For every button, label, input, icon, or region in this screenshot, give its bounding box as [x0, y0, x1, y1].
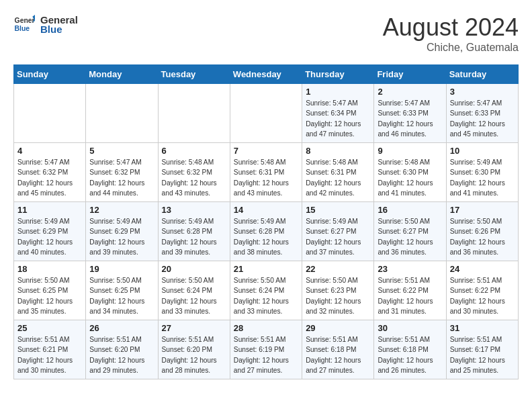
day-info: Sunrise: 5:51 AM Sunset: 6:19 PM Dayligh…	[234, 334, 298, 375]
day-number: 5	[89, 146, 154, 156]
day-number: 13	[162, 205, 226, 215]
header-saturday: Saturday	[446, 65, 518, 84]
calendar-cell-2-5: 8Sunrise: 5:48 AM Sunset: 6:31 PM Daylig…	[302, 143, 374, 202]
day-info: Sunrise: 5:49 AM Sunset: 6:29 PM Dayligh…	[89, 216, 154, 257]
calendar-cell-4-6: 23Sunrise: 5:51 AM Sunset: 6:22 PM Dayli…	[374, 261, 446, 320]
day-info: Sunrise: 5:49 AM Sunset: 6:28 PM Dayligh…	[162, 216, 226, 257]
svg-text:General: General	[15, 17, 35, 24]
calendar-cell-4-1: 18Sunrise: 5:50 AM Sunset: 6:25 PM Dayli…	[14, 261, 86, 320]
day-info: Sunrise: 5:49 AM Sunset: 6:29 PM Dayligh…	[17, 216, 82, 257]
logo: General Blue General Blue	[13, 13, 78, 35]
day-info: Sunrise: 5:48 AM Sunset: 6:31 PM Dayligh…	[234, 157, 298, 198]
day-info: Sunrise: 5:47 AM Sunset: 6:33 PM Dayligh…	[378, 98, 442, 139]
calendar-cell-3-7: 17Sunrise: 5:50 AM Sunset: 6:26 PM Dayli…	[446, 202, 518, 261]
calendar-week-4: 18Sunrise: 5:50 AM Sunset: 6:25 PM Dayli…	[14, 261, 519, 320]
calendar-cell-4-4: 21Sunrise: 5:50 AM Sunset: 6:24 PM Dayli…	[230, 261, 302, 320]
title-area: August 2024 Chiche, Guatemala	[383, 13, 519, 54]
day-number: 6	[162, 146, 226, 156]
day-number: 16	[378, 205, 442, 215]
day-info: Sunrise: 5:51 AM Sunset: 6:20 PM Dayligh…	[89, 334, 154, 375]
day-info: Sunrise: 5:51 AM Sunset: 6:18 PM Dayligh…	[378, 334, 442, 375]
day-number: 22	[306, 264, 370, 274]
header-thursday: Thursday	[302, 65, 374, 84]
calendar-cell-1-6: 2Sunrise: 5:47 AM Sunset: 6:33 PM Daylig…	[374, 84, 446, 143]
calendar-cell-2-2: 5Sunrise: 5:47 AM Sunset: 6:32 PM Daylig…	[86, 143, 158, 202]
day-number: 7	[234, 146, 298, 156]
day-number: 12	[89, 205, 154, 215]
calendar-cell-5-4: 28Sunrise: 5:51 AM Sunset: 6:19 PM Dayli…	[230, 320, 302, 379]
calendar-cell-1-5: 1Sunrise: 5:47 AM Sunset: 6:34 PM Daylig…	[302, 84, 374, 143]
svg-text:Blue: Blue	[15, 25, 30, 32]
calendar-cell-1-2	[86, 84, 158, 143]
calendar-cell-5-5: 29Sunrise: 5:51 AM Sunset: 6:18 PM Dayli…	[302, 320, 374, 379]
day-number: 3	[450, 87, 515, 97]
day-number: 21	[234, 264, 298, 274]
day-info: Sunrise: 5:49 AM Sunset: 6:27 PM Dayligh…	[306, 216, 370, 257]
day-info: Sunrise: 5:50 AM Sunset: 6:23 PM Dayligh…	[306, 275, 370, 316]
calendar-cell-3-3: 13Sunrise: 5:49 AM Sunset: 6:28 PM Dayli…	[158, 202, 230, 261]
day-info: Sunrise: 5:47 AM Sunset: 6:33 PM Dayligh…	[450, 98, 515, 139]
calendar-cell-2-4: 7Sunrise: 5:48 AM Sunset: 6:31 PM Daylig…	[230, 143, 302, 202]
calendar-cell-3-1: 11Sunrise: 5:49 AM Sunset: 6:29 PM Dayli…	[14, 202, 86, 261]
calendar-cell-5-1: 25Sunrise: 5:51 AM Sunset: 6:21 PM Dayli…	[14, 320, 86, 379]
day-info: Sunrise: 5:50 AM Sunset: 6:26 PM Dayligh…	[450, 216, 515, 257]
header-monday: Monday	[86, 65, 158, 84]
day-info: Sunrise: 5:51 AM Sunset: 6:18 PM Dayligh…	[306, 334, 370, 375]
calendar-cell-1-4	[230, 84, 302, 143]
day-number: 19	[89, 264, 154, 274]
header-sunday: Sunday	[14, 65, 86, 84]
calendar-cell-4-3: 20Sunrise: 5:50 AM Sunset: 6:24 PM Dayli…	[158, 261, 230, 320]
calendar-cell-5-3: 27Sunrise: 5:51 AM Sunset: 6:20 PM Dayli…	[158, 320, 230, 379]
day-number: 27	[162, 323, 226, 333]
day-info: Sunrise: 5:51 AM Sunset: 6:21 PM Dayligh…	[17, 334, 82, 375]
day-number: 25	[17, 323, 82, 333]
calendar-cell-3-6: 16Sunrise: 5:50 AM Sunset: 6:27 PM Dayli…	[374, 202, 446, 261]
calendar-header: Sunday Monday Tuesday Wednesday Thursday…	[14, 65, 519, 84]
calendar-week-5: 25Sunrise: 5:51 AM Sunset: 6:21 PM Dayli…	[14, 320, 519, 379]
day-number: 28	[234, 323, 298, 333]
header: General Blue General Blue August 2024 Ch…	[13, 13, 519, 54]
day-number: 30	[378, 323, 442, 333]
day-number: 24	[450, 264, 515, 274]
calendar-week-2: 4Sunrise: 5:47 AM Sunset: 6:32 PM Daylig…	[14, 143, 519, 202]
logo-line2: Blue	[40, 24, 78, 35]
day-info: Sunrise: 5:47 AM Sunset: 6:32 PM Dayligh…	[17, 157, 82, 198]
day-number: 15	[306, 205, 370, 215]
day-number: 8	[306, 146, 370, 156]
calendar-week-1: 1Sunrise: 5:47 AM Sunset: 6:34 PM Daylig…	[14, 84, 519, 143]
calendar-cell-5-7: 31Sunrise: 5:51 AM Sunset: 6:17 PM Dayli…	[446, 320, 518, 379]
day-number: 11	[17, 205, 82, 215]
day-number: 18	[17, 264, 82, 274]
header-tuesday: Tuesday	[158, 65, 230, 84]
day-info: Sunrise: 5:50 AM Sunset: 6:25 PM Dayligh…	[89, 275, 154, 316]
day-info: Sunrise: 5:50 AM Sunset: 6:25 PM Dayligh…	[17, 275, 82, 316]
day-number: 2	[378, 87, 442, 97]
day-info: Sunrise: 5:47 AM Sunset: 6:34 PM Dayligh…	[306, 98, 370, 139]
day-number: 10	[450, 146, 515, 156]
day-number: 17	[450, 205, 515, 215]
day-number: 4	[17, 146, 82, 156]
calendar-cell-2-7: 10Sunrise: 5:49 AM Sunset: 6:30 PM Dayli…	[446, 143, 518, 202]
header-row: Sunday Monday Tuesday Wednesday Thursday…	[14, 65, 519, 84]
day-info: Sunrise: 5:48 AM Sunset: 6:30 PM Dayligh…	[378, 157, 442, 198]
header-wednesday: Wednesday	[230, 65, 302, 84]
day-info: Sunrise: 5:47 AM Sunset: 6:32 PM Dayligh…	[89, 157, 154, 198]
day-info: Sunrise: 5:50 AM Sunset: 6:24 PM Dayligh…	[234, 275, 298, 316]
day-number: 14	[234, 205, 298, 215]
calendar-week-3: 11Sunrise: 5:49 AM Sunset: 6:29 PM Dayli…	[14, 202, 519, 261]
day-info: Sunrise: 5:49 AM Sunset: 6:30 PM Dayligh…	[450, 157, 515, 198]
header-friday: Friday	[374, 65, 446, 84]
calendar-cell-5-2: 26Sunrise: 5:51 AM Sunset: 6:20 PM Dayli…	[86, 320, 158, 379]
day-info: Sunrise: 5:48 AM Sunset: 6:31 PM Dayligh…	[306, 157, 370, 198]
calendar-cell-2-1: 4Sunrise: 5:47 AM Sunset: 6:32 PM Daylig…	[14, 143, 86, 202]
calendar-subtitle: Chiche, Guatemala	[383, 42, 519, 54]
day-number: 26	[89, 323, 154, 333]
day-info: Sunrise: 5:51 AM Sunset: 6:20 PM Dayligh…	[162, 334, 226, 375]
calendar-cell-2-6: 9Sunrise: 5:48 AM Sunset: 6:30 PM Daylig…	[374, 143, 446, 202]
day-info: Sunrise: 5:51 AM Sunset: 6:22 PM Dayligh…	[378, 275, 442, 316]
calendar-cell-4-5: 22Sunrise: 5:50 AM Sunset: 6:23 PM Dayli…	[302, 261, 374, 320]
day-info: Sunrise: 5:48 AM Sunset: 6:32 PM Dayligh…	[162, 157, 226, 198]
calendar-cell-1-7: 3Sunrise: 5:47 AM Sunset: 6:33 PM Daylig…	[446, 84, 518, 143]
day-info: Sunrise: 5:51 AM Sunset: 6:22 PM Dayligh…	[450, 275, 515, 316]
calendar-cell-2-3: 6Sunrise: 5:48 AM Sunset: 6:32 PM Daylig…	[158, 143, 230, 202]
